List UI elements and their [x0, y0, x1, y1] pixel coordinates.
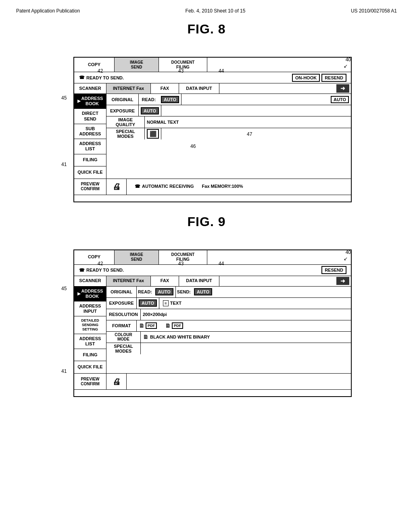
fig8-scanner-row: SCANNER INTERNET Fax FAX DATA INPUT ➜ [74, 83, 351, 94]
fig9-address-list-btn[interactable]: ADDRESS LIST [74, 334, 106, 349]
fig8-filing-btn[interactable]: FILING [74, 154, 106, 166]
fig8-auto1-box[interactable]: AUTO [159, 94, 181, 105]
fig8-label-47: 47 [247, 131, 252, 137]
fig8-bottom-bar [74, 195, 351, 202]
fig8-tab-spacer [207, 58, 351, 72]
fig8-special-row: SPECIAL MODES ⬛ [106, 128, 351, 139]
fig8-auto1-value: AUTO [161, 96, 179, 103]
fig8-quick-file-btn[interactable]: QUICK FILE [74, 166, 106, 179]
fig9-auto-send-box[interactable]: AUTO [192, 287, 351, 297]
fig9-pdf2[interactable]: PDF [172, 322, 183, 329]
fig8-internet-fax-btn[interactable]: INTERNET Fax [106, 83, 151, 94]
fig9-resolution-btn[interactable]: RESOLUTION [106, 309, 141, 320]
fig9-resend-button[interactable]: RESEND [321, 266, 346, 274]
fig9-quick-file-btn[interactable]: QUICK FILE [74, 361, 106, 373]
fig8-on-hook-button[interactable]: ON-HOOK [292, 74, 320, 82]
fig9-internet-fax-btn[interactable]: INTERNET Fax [106, 276, 151, 286]
fig9-auto-read-box[interactable]: AUTO [153, 287, 176, 297]
fig8-fax-btn[interactable]: FAX [151, 83, 179, 94]
fig9-pdf1[interactable]: PDF [146, 322, 157, 329]
fig8-original-btn[interactable]: ORIGINAL [106, 94, 139, 105]
fig8-label-41: 41 [61, 162, 67, 167]
patent-header: Patent Application Publication Feb. 4, 2… [16, 8, 397, 14]
fig9-title: FIG. 9 [16, 214, 397, 229]
fig9-auto-read-value: AUTO [155, 288, 173, 295]
fig8-scanner-btn[interactable]: SCANNER [74, 83, 106, 94]
fig8-sub-address-btn[interactable]: SUB ADDRESS [74, 124, 106, 139]
fig8-auto-receiving-text: AUTOMATIC RECEIVING [142, 184, 194, 189]
fig9-text-label: TEXT [170, 301, 181, 305]
fig8-preview-btn[interactable]: PREVIEWCONFIRM [74, 179, 106, 195]
fig9-filing-btn[interactable]: FILING [74, 349, 106, 361]
fig9-text-cell: ≡ TEXT [159, 298, 351, 309]
fig8-arrow-btn[interactable]: ➜ [219, 83, 351, 94]
fig9-scanner-row: SCANNER INTERNET Fax FAX DATA INPUT ➜ [74, 276, 351, 287]
fig9-scanner-btn[interactable]: SCANNER [74, 276, 106, 286]
fig9-document-filing-tab[interactable]: DOCUMENTFILING [159, 250, 207, 264]
fig9-original-btn[interactable]: ORIGINAL [106, 287, 137, 297]
fig9-status-row: ☎ READY TO SEND. RESEND [74, 265, 351, 276]
fig8-document-filing-tab[interactable]: DOCUMENTFILING [159, 58, 207, 72]
fig8-direct-send-btn[interactable]: DIRECT SEND [74, 109, 106, 124]
fig8-data-input-btn[interactable]: DATA INPUT [179, 83, 219, 94]
fig8-image-quality-btn[interactable]: IMAGE QUALITY [106, 116, 145, 128]
fig8-auto2-value: AUTO [331, 96, 349, 103]
fig9-baw-text: BLACK AND WHITE BINARY [150, 335, 210, 339]
fig9-send-label: SEND: [176, 287, 192, 297]
fig9-preview-icon-cell[interactable]: 🖨 [106, 374, 127, 389]
page: Patent Application Publication Feb. 4, 2… [0, 0, 413, 417]
fig8-auto-receiving-cell: ☎ AUTOMATIC RECEIVING Fax MEMORY:100% [127, 179, 351, 195]
fig9-format-row: FORMAT 🗎 PDF 🗎 PDF [106, 320, 351, 332]
fig8-exposure-row: EXPOSURE AUTO [106, 105, 351, 116]
fig9-address-input-btn[interactable]: ADDRESS INPUT [74, 301, 106, 316]
fig8-original-row: ORIGINAL READ: AUTO AUTO [106, 94, 351, 105]
fig8-label-46: 46 [190, 143, 196, 149]
fig9-colour-row: COLOUR MODE 🗎 BLACK AND WHITE BINARY [106, 332, 351, 343]
fig9-colour-mode-btn[interactable]: COLOUR MODE [106, 332, 141, 343]
fig8-special-icon-cell[interactable]: ⬛ [145, 128, 161, 139]
fig9-preview-spacer [127, 374, 351, 389]
fig8-auto-exposure-value: AUTO [141, 107, 159, 114]
fig8-preview-icon-cell[interactable]: 🖨 [106, 179, 127, 195]
fig8-resend-button[interactable]: RESEND [321, 74, 346, 82]
fig8-normal-text-cell: NORMAL TEXT [145, 116, 351, 128]
fig9-bottom-spacer [74, 390, 351, 396]
fig9-tab-row: COPY IMAGESEND DOCUMENTFILING [74, 250, 351, 265]
fig8-auto2-cell[interactable]: AUTO [181, 94, 351, 105]
fig9-original-row: ORIGINAL READ: AUTO SEND: AUTO [106, 287, 351, 298]
fig9-preview-btn[interactable]: PREVIEWCONFIRM [74, 374, 106, 389]
fig9-right-content: ORIGINAL READ: AUTO SEND: AUTO [106, 287, 351, 374]
fig9-tab-spacer [207, 250, 351, 264]
fig8-copy-tab[interactable]: COPY [74, 58, 115, 72]
fig9-panel: COPY IMAGESEND DOCUMENTFILING ☎ READY TO… [73, 249, 352, 397]
fig8-quality-row: IMAGE QUALITY NORMAL TEXT [106, 116, 351, 128]
fig9-arrow-btn[interactable]: ➜ [219, 276, 351, 286]
fig9-exposure-btn[interactable]: EXPOSURE [106, 298, 137, 309]
fig8-auto-exposure-box[interactable]: AUTO [139, 105, 161, 116]
fig8-tab-row: COPY IMAGESEND DOCUMENTFILING [74, 58, 351, 72]
fig9-resolution-row: RESOLUTION 200×200dpi [106, 309, 351, 320]
fig9-image-send-tab[interactable]: IMAGESEND [115, 250, 159, 264]
fig9-data-input-btn[interactable]: DATA INPUT [179, 276, 219, 286]
fig8-special-modes-btn[interactable]: SPECIAL MODES [106, 128, 145, 139]
fig8-exposure-btn[interactable]: EXPOSURE [106, 105, 139, 116]
fig9-fax-btn[interactable]: FAX [151, 276, 179, 286]
fig9-copy-tab[interactable]: COPY [74, 250, 115, 264]
fig9-format-btn[interactable]: FORMAT [106, 320, 137, 331]
fig9-detailed-sending-btn[interactable]: DETAILED SENDING SETTING [74, 316, 106, 334]
header-right: US 2010/0027058 A1 [351, 8, 397, 14]
header-center: Feb. 4, 2010 Sheet 10 of 15 [186, 8, 246, 14]
fig9-special-modes-btn[interactable]: SPECIAL MODES [106, 343, 141, 354]
fig8-address-list-btn[interactable]: ADDRESS LIST [74, 139, 106, 154]
fig9-pdf-cell: 🗎 PDF 🗎 PDF [137, 320, 351, 331]
fig9-sidebar: ADDRESSBOOK ADDRESS INPUT DETAILED SENDI… [74, 287, 106, 374]
fig9-address-book-btn[interactable]: ADDRESSBOOK [74, 287, 106, 301]
fig9-label-41: 41 [61, 368, 67, 374]
fig8-main-area: ADDRESSBOOK DIRECT SEND SUB ADDRESS ADDR… [74, 94, 351, 179]
fig9-read-label: READ: [137, 287, 153, 297]
fig9-resend-area: RESEND [320, 265, 348, 276]
fig9-auto-send-value: AUTO [194, 288, 212, 295]
fig9-auto-exposure-box[interactable]: AUTO [137, 298, 159, 309]
fig8-image-send-tab[interactable]: IMAGESEND [115, 58, 159, 72]
fig8-address-book-btn[interactable]: ADDRESSBOOK [74, 94, 106, 109]
